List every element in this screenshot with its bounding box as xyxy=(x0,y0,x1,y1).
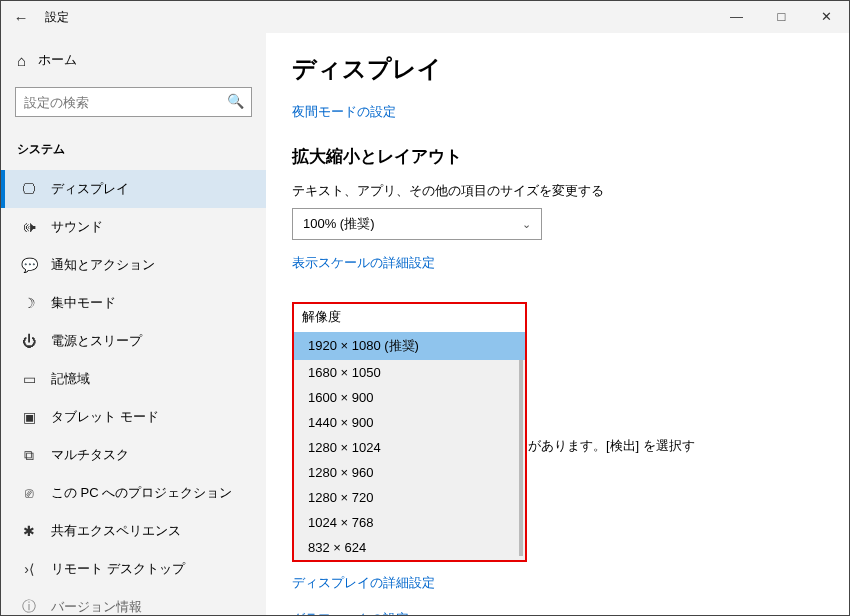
close-button[interactable]: ✕ xyxy=(804,1,849,33)
page-title: ディスプレイ xyxy=(292,53,823,85)
resolution-option[interactable]: 1280 × 960 xyxy=(294,460,525,485)
sidebar-item-projection[interactable]: ⎚ この PC へのプロジェクション xyxy=(1,474,266,512)
remote-icon: ›⟨ xyxy=(21,561,37,577)
scale-value: 100% (推奨) xyxy=(303,215,375,233)
resolution-option[interactable]: 1600 × 900 xyxy=(294,385,525,410)
resolution-option[interactable]: 1920 × 1080 (推奨) xyxy=(294,332,525,360)
sidebar-item-multitask[interactable]: ⧉ マルチタスク xyxy=(1,436,266,474)
home-label: ホーム xyxy=(38,51,77,69)
sidebar-item-label: この PC へのプロジェクション xyxy=(51,484,232,502)
back-button[interactable]: ← xyxy=(1,9,41,26)
sidebar-item-label: ディスプレイ xyxy=(51,180,129,198)
resolution-option[interactable]: 1280 × 1024 xyxy=(294,435,525,460)
project-icon: ⎚ xyxy=(21,485,37,501)
sidebar-item-display[interactable]: 🖵 ディスプレイ xyxy=(1,170,266,208)
sidebar-item-focus[interactable]: ☽ 集中モード xyxy=(1,284,266,322)
sidebar-item-remote[interactable]: ›⟨ リモート デスクトップ xyxy=(1,550,266,588)
search-icon: 🔍 xyxy=(227,93,244,109)
main-content: ディスプレイ 夜間モードの設定 拡大縮小とレイアウト テキスト、アプリ、その他の… xyxy=(266,33,849,615)
resolution-option[interactable]: 1680 × 1050 xyxy=(294,360,525,385)
maximize-button[interactable]: □ xyxy=(759,1,804,33)
display-advanced-link[interactable]: ディスプレイの詳細設定 xyxy=(292,574,823,592)
tablet-icon: ▣ xyxy=(21,409,37,425)
sidebar-item-label: 共有エクスペリエンス xyxy=(51,522,181,540)
sidebar-item-label: 集中モード xyxy=(51,294,116,312)
display-icon: 🖵 xyxy=(21,181,37,197)
sidebar-item-notifications[interactable]: 💬 通知とアクション xyxy=(1,246,266,284)
sidebar-item-sound[interactable]: 🕪 サウンド xyxy=(1,208,266,246)
resolution-option[interactable]: 1280 × 720 xyxy=(294,485,525,510)
sidebar-item-power[interactable]: ⏻ 電源とスリープ xyxy=(1,322,266,360)
sidebar: ⌂ ホーム 🔍 システム 🖵 ディスプレイ 🕪 サウンド 💬 通知とアクション … xyxy=(1,33,266,615)
chevron-down-icon: ⌄ xyxy=(522,218,531,231)
scrollbar[interactable] xyxy=(519,360,523,556)
shared-icon: ✱ xyxy=(21,523,37,539)
home-icon: ⌂ xyxy=(17,52,26,69)
section-label: システム xyxy=(1,131,266,170)
sidebar-item-storage[interactable]: ▭ 記憶域 xyxy=(1,360,266,398)
home-nav[interactable]: ⌂ ホーム xyxy=(1,43,266,77)
notify-icon: 💬 xyxy=(21,257,37,273)
focus-icon: ☽ xyxy=(21,295,37,311)
graphics-link[interactable]: グラフィックの設定 xyxy=(292,610,823,615)
resolution-list: 1920 × 1080 (推奨) 1680 × 1050 1600 × 900 … xyxy=(294,332,525,560)
resolution-option[interactable]: 1024 × 768 xyxy=(294,510,525,535)
sidebar-item-label: リモート デスクトップ xyxy=(51,560,185,578)
partial-behind-text: があります。[検出] を選択す xyxy=(528,437,695,455)
sound-icon: 🕪 xyxy=(21,219,37,235)
search-box[interactable]: 🔍 xyxy=(15,87,252,117)
search-input[interactable] xyxy=(15,87,252,117)
sidebar-item-label: タブレット モード xyxy=(51,408,159,426)
about-icon: ⓘ xyxy=(21,598,37,615)
scale-heading: 拡大縮小とレイアウト xyxy=(292,145,823,168)
sidebar-item-label: マルチタスク xyxy=(51,446,129,464)
resolution-option[interactable]: 832 × 624 xyxy=(294,535,525,560)
sidebar-item-label: サウンド xyxy=(51,218,103,236)
window-title: 設定 xyxy=(41,9,69,26)
titlebar: ← 設定 — □ ✕ xyxy=(1,1,849,33)
resolution-dropdown-open[interactable]: 解像度 1920 × 1080 (推奨) 1680 × 1050 1600 × … xyxy=(292,302,527,562)
resolution-option[interactable]: 1440 × 900 xyxy=(294,410,525,435)
sidebar-item-tablet[interactable]: ▣ タブレット モード xyxy=(1,398,266,436)
sidebar-item-label: 記憶域 xyxy=(51,370,90,388)
scale-advanced-link[interactable]: 表示スケールの詳細設定 xyxy=(292,254,435,272)
power-icon: ⏻ xyxy=(21,333,37,349)
multitask-icon: ⧉ xyxy=(21,447,37,464)
night-mode-link[interactable]: 夜間モードの設定 xyxy=(292,103,396,121)
resolution-label: 解像度 xyxy=(294,304,525,332)
sidebar-item-label: 通知とアクション xyxy=(51,256,155,274)
sidebar-item-label: 電源とスリープ xyxy=(51,332,142,350)
scale-combobox[interactable]: 100% (推奨) ⌄ xyxy=(292,208,542,240)
sidebar-item-shared[interactable]: ✱ 共有エクスペリエンス xyxy=(1,512,266,550)
storage-icon: ▭ xyxy=(21,371,37,387)
sidebar-item-label: バージョン情報 xyxy=(51,598,142,615)
scale-label: テキスト、アプリ、その他の項目のサイズを変更する xyxy=(292,182,823,200)
sidebar-item-about[interactable]: ⓘ バージョン情報 xyxy=(1,588,266,615)
minimize-button[interactable]: — xyxy=(714,1,759,33)
